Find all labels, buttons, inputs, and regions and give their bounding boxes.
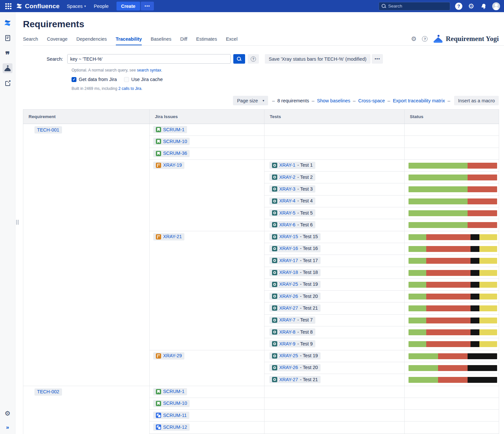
test-pill[interactable]: XRAY-26 - Test 20 <box>269 293 321 300</box>
tab-baselines[interactable]: Baselines <box>151 36 171 45</box>
tab-search[interactable]: Search <box>23 36 38 45</box>
issue-pill[interactable]: XRAY-29 <box>153 352 184 360</box>
test-pill[interactable]: XRAY-3 - Test 3 <box>269 185 315 193</box>
ry-help-icon[interactable]: ? <box>422 36 428 42</box>
issue-key-link[interactable]: SCRUM-36 <box>163 151 187 156</box>
issue-key-link[interactable]: XRAY-21 <box>163 234 182 239</box>
issue-key-link[interactable]: XRAY-26 <box>279 365 298 370</box>
jira-calls-link[interactable]: 2 calls to Jira <box>118 86 141 91</box>
issue-key-link[interactable]: XRAY-29 <box>163 353 182 359</box>
issue-key-link[interactable]: TECH-001 <box>37 127 59 133</box>
issue-key-link[interactable]: XRAY-27 <box>279 305 298 311</box>
nav-people[interactable]: People <box>94 4 109 9</box>
issue-pill[interactable]: SCRUM-1 <box>153 126 187 133</box>
issue-key-link[interactable]: XRAY-17 <box>279 258 298 263</box>
notifications-bell-icon[interactable] <box>480 2 488 10</box>
issue-key-link[interactable]: XRAY-3 <box>279 186 295 192</box>
issue-key-link[interactable]: XRAY-8 <box>279 329 295 335</box>
ry-settings-gear-icon[interactable]: ⚙ <box>411 36 416 42</box>
issue-pill[interactable]: TECH-002 <box>34 388 62 396</box>
use-jira-cache-checkbox[interactable]: Use Jira cache <box>124 77 163 82</box>
sidebar-expand-icon[interactable]: » <box>6 424 9 431</box>
test-pill[interactable]: XRAY-4 - Test 4 <box>269 197 315 205</box>
issue-key-link[interactable]: XRAY-7 <box>279 317 295 323</box>
sidebar-external-link-icon[interactable] <box>3 78 12 88</box>
test-pill[interactable]: XRAY-15 - Test 15 <box>269 233 321 240</box>
test-pill[interactable]: XRAY-5 - Test 5 <box>269 209 315 217</box>
confluence-logo[interactable]: Confluence <box>16 3 59 10</box>
issue-pill[interactable]: XRAY-21 <box>153 233 184 240</box>
help-button[interactable]: ? <box>455 2 463 10</box>
create-button[interactable]: Create <box>116 2 140 10</box>
issue-pill[interactable]: SCRUM-11 <box>153 412 189 419</box>
test-pill[interactable]: XRAY-26 - Test 20 <box>269 364 321 371</box>
issue-pill[interactable]: SCRUM-10 <box>153 400 190 407</box>
test-pill[interactable]: XRAY-9 - Test 9 <box>269 340 315 347</box>
nav-spaces[interactable]: Spaces ▾ <box>67 4 86 9</box>
issue-pill[interactable]: SCRUM-12 <box>153 424 190 431</box>
tab-estimates[interactable]: Estimates <box>196 36 217 45</box>
tab-excel[interactable]: Excel <box>226 36 237 45</box>
issue-key-link[interactable]: SCRUM-1 <box>163 389 184 394</box>
issue-key-link[interactable]: XRAY-26 <box>279 294 298 299</box>
issue-key-link[interactable]: XRAY-9 <box>279 341 295 347</box>
issue-pill[interactable]: XRAY-19 <box>153 162 184 169</box>
issue-key-link[interactable]: XRAY-2 <box>279 175 295 180</box>
nav-more-button[interactable]: ••• <box>141 2 154 10</box>
test-pill[interactable]: XRAY-27 - Test 21 <box>269 376 321 383</box>
issue-key-link[interactable]: SCRUM-11 <box>163 413 187 418</box>
sidebar-settings-gear-icon[interactable]: ⚙ <box>3 408 12 418</box>
search-syntax-link[interactable]: search syntax <box>137 68 161 72</box>
tab-diff[interactable]: Diff <box>180 36 187 45</box>
issue-key-link[interactable]: SCRUM-10 <box>163 139 187 144</box>
settings-gear-icon[interactable]: ⚙ <box>467 2 475 10</box>
test-pill[interactable]: XRAY-25 - Test 19 <box>269 281 321 288</box>
query-input[interactable] <box>67 54 231 64</box>
issue-key-link[interactable]: XRAY-6 <box>279 222 295 228</box>
issue-pill[interactable]: TECH-001 <box>34 126 62 134</box>
issue-key-link[interactable]: TECH-002 <box>37 389 59 395</box>
issue-key-link[interactable]: SCRUM-1 <box>163 127 184 133</box>
cross-space-link[interactable]: Cross-space <box>358 98 385 103</box>
tab-coverage[interactable]: Coverage <box>47 36 68 45</box>
issue-key-link[interactable]: SCRUM-12 <box>163 424 187 430</box>
issue-key-link[interactable]: XRAY-25 <box>279 353 298 359</box>
issue-key-link[interactable]: XRAY-1 <box>279 162 295 168</box>
query-help-button[interactable]: ? <box>248 54 259 64</box>
issue-key-link[interactable]: XRAY-25 <box>279 281 298 287</box>
test-pill[interactable]: XRAY-2 - Test 2 <box>269 174 315 181</box>
sidebar-requirement-yogi-icon[interactable] <box>3 63 12 73</box>
tab-dependencies[interactable]: Dependencies <box>76 36 107 45</box>
issue-pill[interactable]: SCRUM-10 <box>153 138 190 145</box>
show-baselines-link[interactable]: Show baselines <box>317 98 350 103</box>
issue-key-link[interactable]: XRAY-4 <box>279 198 295 204</box>
test-pill[interactable]: XRAY-18 - Test 18 <box>269 269 321 276</box>
issue-key-link[interactable]: XRAY-5 <box>279 210 295 216</box>
issue-key-link[interactable]: XRAY-19 <box>163 162 182 168</box>
test-pill[interactable]: XRAY-16 - Test 16 <box>269 245 321 252</box>
test-pill[interactable]: XRAY-25 - Test 19 <box>269 352 321 360</box>
tab-traceability[interactable]: Traceability <box>116 36 142 45</box>
page-size-dropdown[interactable]: Page size ▾ <box>233 96 268 105</box>
test-pill[interactable]: XRAY-27 - Test 21 <box>269 304 321 312</box>
test-pill[interactable]: XRAY-17 - Test 17 <box>269 257 321 264</box>
sidebar-confluence-icon[interactable] <box>3 18 12 28</box>
test-pill[interactable]: XRAY-6 - Test 6 <box>269 221 315 228</box>
global-search-input[interactable] <box>388 4 441 9</box>
test-pill[interactable]: XRAY-8 - Test 8 <box>269 328 315 336</box>
test-pill[interactable]: XRAY-1 - Test 1 <box>269 162 315 169</box>
issue-key-link[interactable]: SCRUM-10 <box>163 401 187 406</box>
issue-key-link[interactable]: XRAY-16 <box>279 246 298 251</box>
save-query-button[interactable]: Save 'Xray status bars for TECH-%' (modi… <box>265 54 370 64</box>
get-data-from-jira-checkbox[interactable]: ✓ Get data from Jira <box>72 77 117 82</box>
app-switcher-icon[interactable] <box>4 2 12 10</box>
insert-as-macro-button[interactable]: Insert as a macro <box>454 96 499 105</box>
issue-key-link[interactable]: XRAY-27 <box>279 377 298 382</box>
issue-key-link[interactable]: XRAY-18 <box>279 270 298 275</box>
issue-pill[interactable]: SCRUM-36 <box>153 150 190 157</box>
issue-pill[interactable]: SCRUM-1 <box>153 388 187 395</box>
profile-avatar[interactable] <box>492 2 500 10</box>
save-more-button[interactable]: ••• <box>372 54 383 64</box>
sidebar-quotes-icon[interactable]: ❞ <box>3 48 12 58</box>
run-search-button[interactable] <box>233 54 245 64</box>
